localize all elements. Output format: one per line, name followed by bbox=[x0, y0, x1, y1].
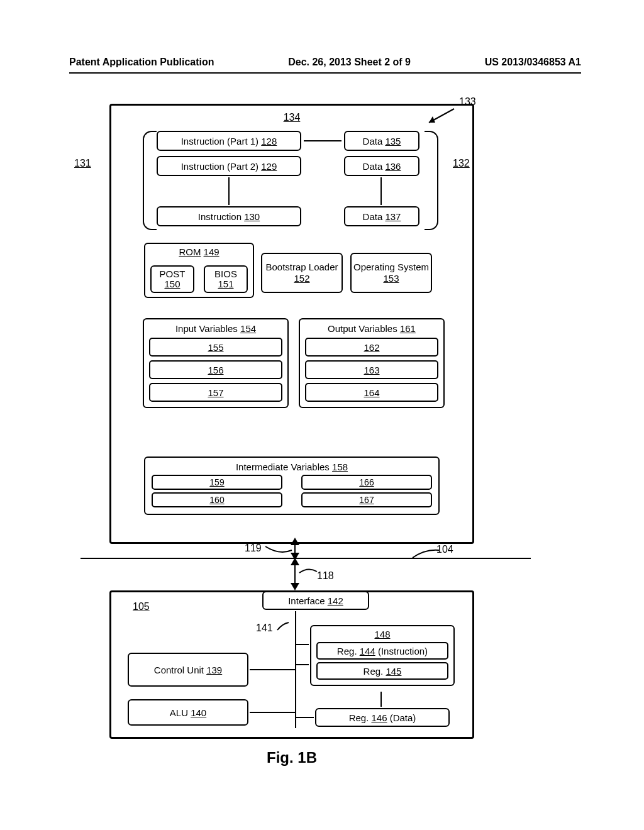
ref-118: 118 bbox=[317, 570, 334, 582]
connector-line bbox=[380, 177, 382, 205]
figure-caption: Fig. 1B bbox=[109, 749, 474, 766]
connector-line bbox=[304, 140, 341, 141]
page: Patent Application Publication Dec. 26, … bbox=[0, 0, 644, 830]
lead-line-icon bbox=[276, 621, 290, 633]
page-header: Patent Application Publication Dec. 26, … bbox=[69, 57, 581, 68]
lead-line-icon bbox=[264, 544, 294, 555]
var-row: 163 bbox=[305, 360, 438, 379]
var-row: 155 bbox=[149, 338, 282, 357]
ref-119: 119 bbox=[245, 543, 262, 554]
var-row: 156 bbox=[149, 360, 282, 379]
bus-vertical bbox=[295, 611, 296, 728]
bios-box: BIOS151 bbox=[204, 265, 248, 293]
var-row: 157 bbox=[149, 383, 282, 402]
alu-box: ALU 140 bbox=[128, 699, 248, 726]
hdr-center: Dec. 26, 2013 Sheet 2 of 9 bbox=[288, 57, 411, 68]
reg-row: Reg. 145 bbox=[316, 662, 448, 680]
instr-part1: Instruction (Part 1) 128 bbox=[157, 131, 301, 151]
var-row: 167 bbox=[301, 492, 432, 507]
var-row: 166 bbox=[301, 475, 432, 490]
connector-line bbox=[250, 669, 295, 670]
hdr-rule bbox=[69, 72, 581, 74]
reg-146: Reg. 146 (Data) bbox=[315, 708, 450, 727]
ref-105: 105 bbox=[133, 601, 150, 612]
hdr-left: Patent Application Publication bbox=[69, 57, 214, 68]
instr: Instruction 130 bbox=[157, 206, 301, 226]
intermediate-vars: Intermediate Variables 158 159 166 160 1… bbox=[144, 456, 440, 515]
os-box: Operating System 153 bbox=[350, 253, 432, 293]
input-vars: Input Variables 154 155 156 157 bbox=[143, 318, 289, 408]
processor-container: 105 Interface 142 141 Control Unit 139 A… bbox=[109, 590, 474, 739]
connector-line bbox=[296, 717, 314, 718]
lead-line-icon bbox=[411, 548, 440, 562]
connector-line bbox=[250, 712, 295, 713]
ref-134: 134 bbox=[111, 112, 472, 123]
bus-line bbox=[80, 558, 531, 559]
ref-141: 141 bbox=[256, 622, 273, 634]
data-137: Data 137 bbox=[344, 206, 419, 226]
data-136: Data 136 bbox=[344, 156, 419, 176]
memory-container: 134 Instruction (Part 1) 128 Instruction… bbox=[109, 104, 474, 544]
brace-left-icon bbox=[143, 131, 157, 230]
connector-line bbox=[296, 664, 309, 665]
arrow-up-icon bbox=[291, 558, 299, 565]
reg-row: Reg. 144 (Instruction) bbox=[316, 642, 448, 660]
post-box: POST150 bbox=[150, 265, 194, 293]
hdr-right: US 2013/0346853 A1 bbox=[485, 57, 581, 68]
var-row: 164 bbox=[305, 383, 438, 402]
var-row: 159 bbox=[152, 475, 282, 490]
rom-box: ROM 149 POST150 BIOS151 bbox=[144, 243, 254, 298]
bootstrap-box: Bootstrap Loader 152 bbox=[261, 253, 343, 293]
connector-line bbox=[296, 644, 309, 645]
ref-131: 131 bbox=[74, 158, 91, 169]
brace-right-icon bbox=[425, 131, 438, 230]
lead-line-icon bbox=[298, 568, 319, 579]
control-unit-box: Control Unit 139 bbox=[128, 653, 248, 687]
arrow-down-icon bbox=[291, 583, 299, 590]
connector-line bbox=[380, 692, 382, 707]
diagram-stage: 131 133 132 134 Instruction (Part 1) 128… bbox=[109, 104, 474, 544]
var-row: 160 bbox=[152, 492, 282, 507]
reg-group: 148 Reg. 144 (Instruction) Reg. 145 bbox=[310, 625, 455, 686]
interface-box: Interface 142 bbox=[262, 591, 369, 610]
instr-part2: Instruction (Part 2) 129 bbox=[157, 156, 301, 176]
var-row: 162 bbox=[305, 338, 438, 357]
connector-line bbox=[228, 177, 230, 205]
output-vars: Output Variables 161 162 163 164 bbox=[299, 318, 445, 408]
data-135: Data 135 bbox=[344, 131, 419, 151]
